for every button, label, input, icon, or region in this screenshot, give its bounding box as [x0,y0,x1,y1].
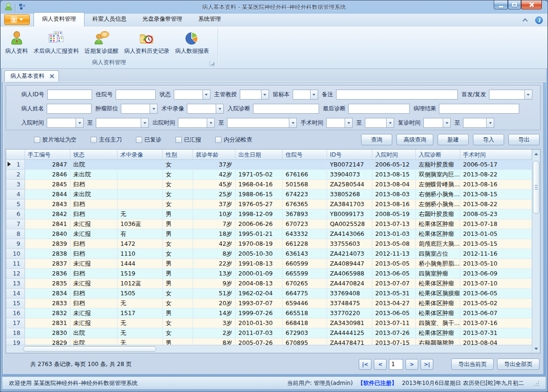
table-row[interactable]: 112837未汇报1444男22岁1991-08-13660599ZA40894… [6,259,532,269]
patient-name-input[interactable] [47,104,92,114]
column-header-id-no[interactable]: ID号 [327,150,372,159]
ribbon-button-postop-report-data[interactable]: 术后病人汇报资料 [31,28,82,55]
export-current-page-button[interactable]: 导出当前页 [451,359,494,370]
next-page-button[interactable]: > [405,359,418,370]
checkbox-followed-up[interactable] [136,137,142,143]
chevron-down-icon[interactable] [345,118,353,128]
table-row[interactable]: 182830出院无女2岁2011-07-03672903ZA4444125201… [6,328,532,338]
tumor-site-select[interactable] [121,104,158,114]
table-row[interactable]: 22846未出院女42岁1971-05-02676166339040732013… [6,170,532,180]
resize-grip[interactable] [533,380,539,386]
table-row[interactable]: 142834归档1505女51岁1962-02-0466477533769408… [6,289,532,299]
pathology-result-input[interactable] [439,104,519,114]
ribbon-tab-department-staff-info[interactable]: 科室人员信息 [84,13,135,26]
column-header-admission-diagnosis[interactable]: 入院诊断 [416,150,460,159]
last-page-button[interactable]: >| [421,359,433,370]
table-row[interactable]: 122836归档1519男13岁2000-01-09665599ZA406598… [6,269,532,279]
column-header-status[interactable]: 状态 [70,150,118,159]
table-row[interactable]: 62842归档无男10岁1998-12-09367893YB0099173200… [6,209,532,219]
discharge-time-to-select[interactable] [227,118,297,128]
chevron-down-icon[interactable] [261,90,269,100]
followup-time-to-select[interactable] [463,118,494,128]
admission-no-input[interactable] [116,90,156,100]
ribbon-button-patient-data[interactable]: 病人资料 [2,28,31,55]
import-button[interactable]: 导入 [473,134,504,145]
chevron-down-icon[interactable] [289,118,297,128]
chevron-down-icon[interactable] [310,90,318,100]
prev-page-button[interactable]: < [374,359,387,370]
collapse-ribbon-icon[interactable] [523,18,528,24]
app-menu-button[interactable] [4,14,30,25]
specimen-select[interactable] [293,90,318,100]
column-header-birth-date[interactable]: 出生日期 [236,150,283,159]
chevron-down-icon[interactable] [207,118,215,128]
professor-select[interactable] [240,90,269,100]
table-row[interactable]: 32845归档女45岁1968-04-16501568ZA25805442013… [6,180,532,190]
scroll-up-icon[interactable] [532,150,540,158]
tab-patient-basic-info[interactable]: 病人基本资料 [4,70,59,82]
minimize-button[interactable] [494,0,508,9]
chevron-down-icon[interactable] [386,118,394,128]
export-button[interactable]: 导出 [508,134,540,145]
table-row[interactable]: 72841未汇报1036蓝男7岁2006-06-26670723QA002552… [6,219,532,229]
surgery-time-to-select[interactable] [365,118,394,128]
intraop-video-select[interactable] [187,104,224,114]
admission-diagnosis-input[interactable] [253,104,319,114]
new-button[interactable]: 新建 [438,134,469,145]
checkbox-film-address-empty[interactable] [34,137,40,143]
discharge-time-from-select[interactable] [178,118,215,128]
column-header-manual-no[interactable]: 手工编号 [25,150,70,159]
vertical-scrollbar-thumb[interactable] [533,161,540,214]
final-diagnosis-input[interactable] [348,104,410,114]
chevron-down-icon[interactable] [150,104,158,114]
close-button[interactable] [521,0,542,9]
horizontal-scrollbar[interactable] [6,345,532,353]
admission-time-to-select[interactable] [96,118,149,128]
vertical-scrollbar[interactable] [532,150,540,353]
chevron-down-icon[interactable] [524,90,532,100]
dialog-launcher-icon[interactable] [210,61,215,66]
ribbon-tab-patient-data-management[interactable]: 病人资料管理 [34,12,84,26]
table-row[interactable]: 152833归档无女20岁1993-07-0765944633748475201… [6,299,532,309]
chevron-down-icon[interactable] [76,118,84,128]
status-select[interactable] [174,90,211,100]
ribbon-button-patient-data-report[interactable]: 病人数据报表 [172,28,212,55]
page-number-input[interactable] [389,359,403,370]
table-row[interactable]: 92839归档1472女42岁1970-08-19661228337556032… [6,239,532,249]
table-row[interactable]: 42844未出院女25岁1988-06-15674223338052682013… [6,190,532,200]
info-icon[interactable]: i [535,17,543,24]
followup-time-from-select[interactable] [423,118,451,128]
table-row[interactable]: 162832未汇报1517男14岁1999-07-266655183377022… [6,309,532,318]
column-header-intraop-video[interactable]: 术中录像 [118,150,163,159]
ribbon-button-patient-data-history[interactable]: 病人资料历史记录 [121,28,172,55]
chevron-down-icon[interactable] [216,104,224,114]
ribbon-tab-system-management[interactable]: 系统管理 [190,13,229,26]
surgery-time-from-select[interactable] [326,118,353,128]
table-row[interactable]: 102838归档1110女8岁2005-10-30636143ZA4214073… [6,249,532,259]
table-row[interactable]: 82840未汇报有男18岁1995-01-21643332ZA414306620… [6,229,532,239]
chevron-down-icon[interactable] [141,118,149,128]
table-row[interactable]: 12847出院女37岁YB00721472006-05-12左额叶胶质瘤2006… [6,160,532,170]
registered-link[interactable]: 【软件已注册】 [357,379,397,387]
chevron-down-icon[interactable] [202,90,211,100]
table-row[interactable]: 132835未汇报1012蓝男9岁2004-08-13670265ZA44708… [6,279,532,289]
patient-id-input[interactable] [47,90,92,100]
table-row[interactable]: 52843归档女37岁1976-05-27676365ZA38417032013… [6,200,532,209]
export-all-pages-button[interactable]: 导出全部页 [497,359,540,370]
scroll-down-icon[interactable] [532,345,540,353]
ribbon-button-recent-followup-reminder[interactable]: 近期复诊提醒 [82,28,121,55]
remark-input[interactable] [336,90,458,100]
first-recurrence-select[interactable] [489,90,532,100]
horizontal-scrollbar-thumb[interactable] [23,346,156,352]
ribbon-tab-disc-video-tape-management[interactable]: 光盘录像带管理 [135,13,190,26]
checkbox-reported[interactable] [176,137,182,143]
first-page-button[interactable]: |< [359,359,371,370]
column-header-visit-age[interactable]: 就诊年龄 [193,150,236,159]
column-header-admission-no[interactable]: 住院号 [283,150,327,159]
admission-time-from-select[interactable] [47,118,84,128]
maximize-button[interactable] [508,0,521,9]
query-button[interactable]: 查询 [361,134,392,145]
checkbox-chief-as-surgeon[interactable] [91,137,97,143]
close-tab-icon[interactable] [49,74,54,79]
chevron-down-icon[interactable] [486,118,494,128]
